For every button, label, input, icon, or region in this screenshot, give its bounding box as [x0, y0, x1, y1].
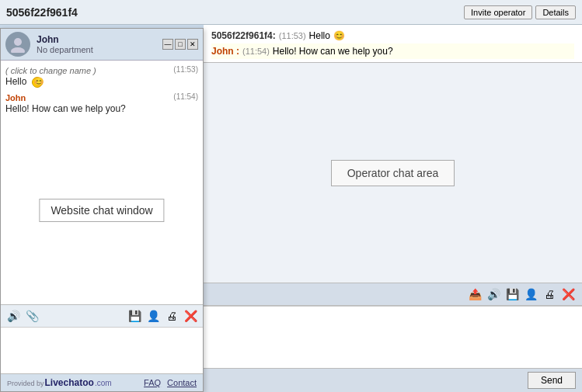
- chat-user-info: John No department: [5, 32, 93, 57]
- brand-suffix: .com: [95, 379, 112, 387]
- svg-point-1: [11, 47, 25, 53]
- chat-input[interactable]: [4, 331, 200, 368]
- op-tool3[interactable]: 💾: [504, 286, 520, 302]
- chat-input-area: [1, 327, 203, 373]
- conv-sender2: John :: [211, 46, 239, 57]
- provided-by-label: Provided by: [7, 380, 44, 387]
- footer-links: FAQ Contact: [144, 378, 197, 387]
- operator-input-area: [204, 306, 582, 368]
- conv-time2: (11:54): [242, 47, 270, 56]
- msg-time: (11:53): [173, 65, 198, 74]
- details-button[interactable]: Details: [535, 5, 576, 19]
- op-tool1[interactable]: 📤: [467, 286, 483, 302]
- operator-panel: 5056f22f961f4: (11:53) Hello 😊 John : (1…: [204, 25, 582, 392]
- send-button[interactable]: Send: [528, 372, 576, 389]
- conv-time1: (11:53): [279, 31, 306, 40]
- msg-time: (11:54): [173, 92, 198, 101]
- attach-icon[interactable]: 📎: [24, 308, 40, 324]
- brand-name: Livechatoo: [45, 377, 94, 388]
- user-icon[interactable]: 👤: [145, 308, 161, 324]
- chat-titlebar: John No department — □ ✕: [1, 29, 203, 61]
- conv-msg-row1: 5056f22f961f4: (11:53) Hello 😊: [211, 28, 574, 43]
- footer-brand: Provided by Livechatoo.com: [7, 377, 112, 388]
- conv-sender1: 5056f22f961f4:: [211, 30, 276, 41]
- user-details: John No department: [37, 34, 93, 54]
- avatar: [5, 32, 30, 57]
- op-close-icon[interactable]: ❌: [560, 286, 576, 302]
- website-chat-panel: John No department — □ ✕ ( click to chan…: [0, 28, 204, 392]
- conv-text1: Hello: [309, 30, 330, 41]
- send-row: Send: [204, 368, 582, 392]
- conversation-header: 5056f22f961f4: (11:53) Hello 😊 John : (1…: [204, 25, 582, 63]
- conv-msg-row2: John : (11:54) Hello! How can we help yo…: [211, 43, 574, 59]
- smiley-icon: [32, 77, 43, 88]
- save-icon[interactable]: 💾: [127, 308, 142, 324]
- msg-text: Hello! How can we help you?: [5, 103, 198, 114]
- close-button[interactable]: ✕: [187, 39, 198, 50]
- op-tool5[interactable]: 🖨: [542, 286, 557, 302]
- operator-chat-area: Operator chat area: [204, 63, 582, 283]
- close-icon[interactable]: ❌: [183, 308, 198, 324]
- op-tool2[interactable]: 🔊: [486, 286, 501, 302]
- msg-text: Hello: [5, 76, 198, 88]
- msg-sender: John: [5, 93, 26, 102]
- faq-link[interactable]: FAQ: [144, 378, 161, 387]
- operator-toolbar: 📤 🔊 💾 👤 🖨 ❌: [204, 283, 582, 306]
- operator-input[interactable]: [204, 307, 582, 361]
- minimize-button[interactable]: —: [162, 39, 173, 50]
- titlebar-controls: — □ ✕: [162, 39, 198, 50]
- website-chat-label: Website chat window: [39, 199, 164, 222]
- op-tool4[interactable]: 👤: [523, 286, 538, 302]
- svg-point-0: [14, 38, 22, 46]
- user-name: John: [37, 34, 93, 45]
- list-item: John (11:54) Hello! How can we help you?: [5, 92, 198, 114]
- contact-link[interactable]: Contact: [167, 378, 197, 387]
- user-department: No department: [37, 45, 93, 54]
- conv-smiley: 😊: [333, 30, 345, 41]
- restore-button[interactable]: □: [175, 39, 186, 50]
- sound-icon[interactable]: 🔊: [5, 308, 21, 324]
- main-row: John No department — □ ✕ ( click to chan…: [0, 25, 582, 392]
- chat-footer: Provided by Livechatoo.com FAQ Contact: [1, 373, 203, 391]
- conversation-id: 5056f22f961f4: [6, 6, 78, 19]
- conv-text2: Hello! How can we help you?: [273, 46, 393, 57]
- list-item: ( click to change name ) (11:53) Hello: [5, 65, 198, 88]
- operator-area-label: Operator chat area: [331, 160, 455, 186]
- chat-messages: ( click to change name ) (11:53) Hello J…: [1, 61, 203, 304]
- system-sender: ( click to change name ): [5, 66, 96, 75]
- chat-toolbar: 🔊 📎 💾 👤 🖨 ❌: [1, 304, 203, 327]
- print-icon[interactable]: 🖨: [164, 308, 179, 324]
- invite-operator-button[interactable]: Invite operator: [464, 5, 532, 19]
- top-bar-buttons: Invite operator Details: [464, 5, 576, 19]
- top-bar: 5056f22f961f4 Invite operator Details: [0, 0, 582, 25]
